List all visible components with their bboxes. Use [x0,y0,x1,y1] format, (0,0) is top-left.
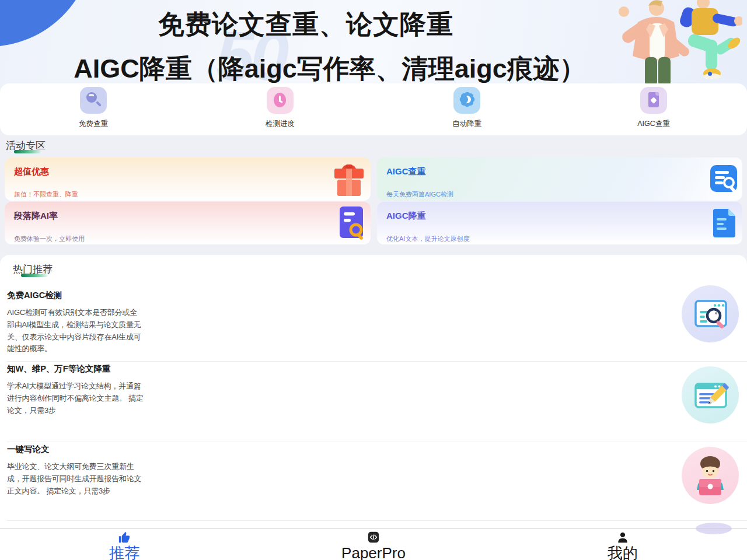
clock-face [274,93,286,107]
tab-label: 推荐 [109,545,139,560]
list-item-one-click-paper[interactable]: 一键写论文 毕业论文、论文大纲可免费三次重新生成，开题报告可同时生成开题报告和论… [7,444,747,521]
quick-action-aigc-check[interactable]: AIGC查重 [560,83,747,135]
quick-action-progress[interactable]: 检测进度 [187,83,374,135]
search-handle [96,101,102,107]
document-search-icon [708,163,739,194]
tab-recommend[interactable]: 推荐 [0,528,249,560]
quick-action-label: 免费查重 [79,119,108,129]
clock-icon [267,87,294,114]
banner-title-line2: AIGC降重（降aigc写作率、清理aigc痕迹） [0,51,659,86]
tab-paperpro[interactable]: PaperPro [249,528,498,560]
card-subtitle: 每天免费两篇AIGC检测 [386,190,453,199]
section-title-text: 热门推荐 [13,264,53,275]
quick-action-label: AIGC查重 [637,119,670,129]
tab-label: 我的 [608,545,638,560]
list-item-title: 知W、维P、万F等论文降重 [7,363,747,374]
quick-action-label: 检测进度 [266,119,295,129]
hot-recommendations-panel: 热门推荐 免费AIGC检测 AIGC检测可有效识别文本是否部分或全部由AI模型生… [0,255,747,528]
list-item-description: AIGC检测可有效识别文本是否部分或全部由AI模型生成，检测结果与论文质量无关、… [7,307,144,355]
jumping-people-illustration [605,0,742,88]
card-subtitle: 优化AI文本，提升论文原创度 [386,235,469,243]
list-item-description: 毕业论文、论文大纲可免费三次重新生成，开题报告可同时生成开题报告和论文正文内容。… [7,461,144,497]
card-subtitle: 超值！不限查重、降重 [14,190,78,199]
browser-magnifier-thumbnail [682,285,739,342]
document-lines-icon [710,206,738,240]
decorative-dot [708,72,712,76]
code-icon [367,531,380,544]
card-subtitle: 免费体验一次，立即使用 [14,235,85,243]
thumbs-up-icon [118,531,131,544]
quick-actions-bar: 免费查重 检测进度 自动降重 AIGC查重 [0,83,747,135]
list-item-description: 学术AI大模型通过学习论文结构，并通篇进行内容创作同时不偏离论文主题。 搞定论文… [7,380,144,416]
card-aigc-check[interactable]: AIGC查重 每天免费两篇AIGC检测 [377,158,742,201]
floating-widget-peek [696,523,732,534]
search-lens [86,92,97,103]
list-item-free-aigc-detect[interactable]: 免费AIGC检测 AIGC检测可有效识别文本是否部分或全部由AI模型生成，检测结… [7,290,747,362]
card-paragraph-ai-rate[interactable]: 段落降AI率 免费体验一次，立即使用 [5,202,371,244]
gear-moon-icon [453,87,480,114]
card-aigc-rewrite[interactable]: AIGC降重 优化AI文本，提升论文原创度 [377,202,742,244]
card-title: AIGC降重 [386,211,426,222]
banner-title-line1: 免费论文查重、论文降重 [0,7,612,42]
tab-label: PaperPro [341,545,406,560]
paragraph-search-icon [335,204,368,243]
card-title: 超值优惠 [14,166,49,177]
list-item-paper-rewrite[interactable]: 知W、维P、万F等论文降重 学术AI大模型通过学习论文结构，并通篇进行内容创作同… [7,363,747,442]
search-icon [80,87,107,114]
ai-document-icon [640,87,667,114]
quick-action-free-check[interactable]: 免费查重 [0,83,187,135]
section-title-activity: 活动专区 [6,139,46,153]
moon-shape [463,96,471,103]
bottom-tabbar: 推荐 PaperPro 我的 [0,528,747,560]
section-title-hot: 热门推荐 [13,262,53,276]
card-title: 段落降AI率 [14,211,58,222]
card-super-value[interactable]: 超值优惠 超值！不限查重、降重 [5,158,371,201]
list-item-title: 免费AIGC检测 [7,290,747,301]
quick-action-auto-rewrite[interactable]: 自动降重 [374,83,560,135]
section-title-text: 活动专区 [6,140,46,151]
card-title: AIGC查重 [386,166,426,177]
browser-pencil-thumbnail [682,366,739,424]
app-screen: 50 免费论文查重、论文降重 AIGC降重（降aigc写作率、清理aigc痕迹） [0,0,747,560]
list-item-title: 一键写论文 [7,444,747,455]
gift-icon [332,162,366,197]
quick-action-label: 自动降重 [452,119,481,129]
person-laptop-thumbnail [682,447,739,504]
user-icon [616,531,629,544]
document-shape [648,92,659,107]
